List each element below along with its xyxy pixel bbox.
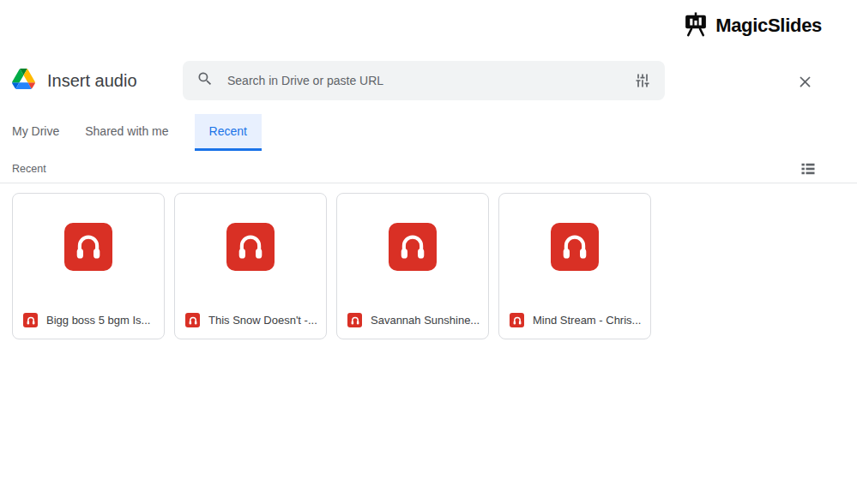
file-row: Savannah Sunshine...	[347, 313, 481, 327]
file-row: This Snow Doesn't -...	[185, 313, 319, 327]
filter-tune-icon[interactable]	[634, 72, 651, 89]
tab-label: Shared with me	[85, 124, 168, 138]
file-grid: Bigg boss 5 bgm Is... This Snow Doesn't …	[12, 193, 651, 339]
tab-label: Recent	[209, 124, 247, 138]
close-icon[interactable]	[794, 70, 816, 93]
page-title: Insert audio	[47, 71, 137, 91]
section-header: Recent	[0, 154, 857, 183]
headphones-icon	[551, 223, 599, 271]
section-label: Recent	[12, 163, 46, 175]
presentation-easel-icon	[683, 11, 709, 40]
file-name: This Snow Doesn't -...	[208, 314, 317, 327]
file-name: Mind Stream - Chris...	[533, 314, 641, 327]
audio-file-card[interactable]: Mind Stream - Chris...	[498, 193, 651, 339]
headphones-icon	[185, 313, 200, 327]
audio-file-card[interactable]: Savannah Sunshine...	[336, 193, 489, 339]
brand-logo: MagicSlides	[683, 11, 822, 40]
file-row: Bigg boss 5 bgm Is...	[23, 313, 157, 327]
list-view-icon[interactable]	[800, 160, 817, 177]
file-name: Bigg boss 5 bgm Is...	[46, 314, 150, 327]
headphones-icon	[347, 313, 362, 327]
headphones-icon	[226, 223, 275, 271]
tab-shared-with-me[interactable]: Shared with me	[85, 114, 168, 151]
headphones-icon	[23, 313, 38, 327]
file-name: Savannah Sunshine...	[371, 314, 480, 327]
google-drive-icon	[12, 69, 35, 93]
tab-recent[interactable]: Recent	[195, 114, 262, 151]
headphones-icon	[64, 223, 112, 271]
tab-bar: My Drive Shared with me Recent	[12, 114, 262, 151]
search-icon	[196, 70, 214, 91]
dialog-header: Insert audio	[12, 61, 137, 100]
tab-my-drive[interactable]: My Drive	[12, 114, 59, 151]
brand-name: MagicSlides	[715, 15, 822, 37]
tab-label: My Drive	[12, 124, 59, 138]
search-bar	[183, 61, 665, 100]
headphones-icon	[389, 223, 437, 271]
file-row: Mind Stream - Chris...	[510, 313, 643, 327]
audio-file-card[interactable]: This Snow Doesn't -...	[174, 193, 327, 339]
audio-file-card[interactable]: Bigg boss 5 bgm Is...	[12, 193, 165, 339]
search-input[interactable]	[226, 73, 634, 88]
headphones-icon	[510, 313, 524, 327]
